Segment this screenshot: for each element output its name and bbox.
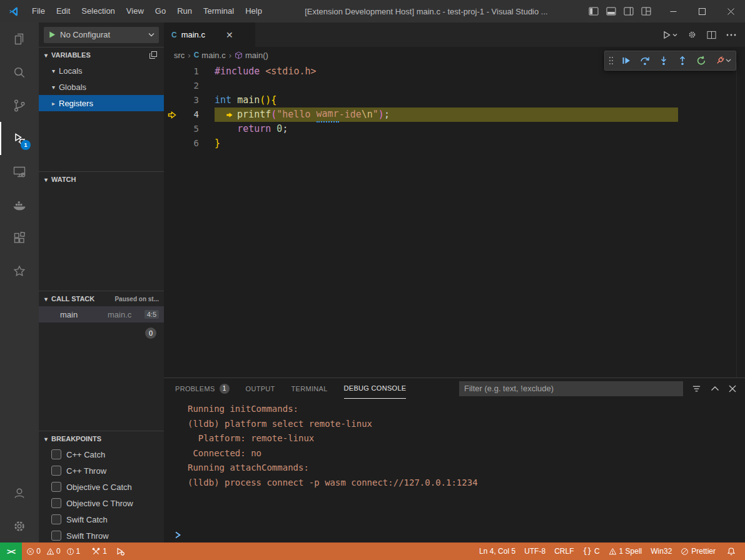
toggle-secondary-sidebar-icon[interactable] bbox=[620, 0, 637, 22]
encoding-indicator[interactable]: UTF-8 bbox=[520, 542, 550, 560]
breakpoint-item[interactable]: C++ Throw bbox=[39, 462, 164, 479]
toggle-panel-icon[interactable] bbox=[602, 0, 620, 22]
code-token: ( bbox=[271, 108, 276, 122]
breakpoint-item[interactable]: C++ Catch bbox=[39, 446, 164, 462]
start-debugging-icon[interactable] bbox=[48, 31, 56, 39]
call-stack-header[interactable]: ▾ CALL STACK Paused on st... bbox=[39, 291, 164, 306]
breakpoint-item[interactable]: Objective C Catch bbox=[39, 479, 164, 495]
debug-status-icon[interactable] bbox=[111, 542, 129, 560]
breakpoint-item[interactable]: Objective C Throw bbox=[39, 495, 164, 511]
tab-main-c[interactable]: C main.c ✕ bbox=[164, 22, 255, 47]
docker-icon[interactable] bbox=[0, 188, 39, 221]
customize-layout-icon[interactable] bbox=[637, 0, 655, 22]
eol-indicator[interactable]: CRLF bbox=[550, 542, 578, 560]
stack-frame-row[interactable]: main main.c 4:5 bbox=[39, 306, 164, 322]
menu-run[interactable]: Run bbox=[171, 0, 198, 22]
breakpoint-checkbox[interactable] bbox=[51, 449, 61, 459]
maximize-button[interactable] bbox=[687, 0, 716, 22]
variables-item-registers[interactable]: ▸Registers bbox=[39, 95, 164, 111]
breakpoint-label: Swift Throw bbox=[66, 531, 109, 541]
panel-tab-problems[interactable]: PROBLEMS1 bbox=[175, 378, 230, 399]
breakpoint-checkbox[interactable] bbox=[51, 531, 61, 541]
menu-view[interactable]: View bbox=[121, 0, 150, 22]
extensions-icon[interactable] bbox=[0, 221, 39, 254]
toggle-sidebar-icon[interactable] bbox=[585, 0, 602, 22]
console-line: Connected: no bbox=[188, 446, 745, 461]
run-and-debug-icon[interactable]: 1 bbox=[0, 122, 39, 155]
source-control-icon[interactable] bbox=[0, 89, 39, 122]
maximize-panel-icon[interactable] bbox=[711, 386, 719, 391]
platform-indicator[interactable]: Win32 bbox=[646, 542, 676, 560]
more-actions-icon[interactable] bbox=[726, 34, 736, 36]
breadcrumb-folder[interactable]: src bbox=[174, 51, 185, 60]
remote-indicator[interactable]: >< bbox=[0, 542, 22, 560]
step-out-button[interactable] bbox=[673, 52, 691, 69]
formatter-status[interactable]: Prettier bbox=[676, 542, 720, 560]
breakpoint-list: C++ CatchC++ ThrowObjective C CatchObjec… bbox=[39, 446, 164, 542]
notifications-bell-icon[interactable] bbox=[720, 542, 740, 560]
code-line: 3int main(){ bbox=[164, 93, 745, 108]
menu-file[interactable]: File bbox=[26, 0, 51, 22]
close-tab-icon[interactable]: ✕ bbox=[226, 30, 233, 40]
settings-gear-icon[interactable] bbox=[687, 30, 697, 39]
drag-handle-icon[interactable] bbox=[608, 56, 616, 66]
variables-header[interactable]: ▾ VARIABLES bbox=[39, 48, 164, 62]
menu-terminal[interactable]: Terminal bbox=[198, 0, 240, 22]
variables-item-globals[interactable]: ▾Globals bbox=[39, 79, 164, 95]
menu-selection[interactable]: Selection bbox=[76, 0, 120, 22]
watch-header[interactable]: ▾ WATCH bbox=[39, 172, 164, 187]
chevron-right-icon: ▸ bbox=[50, 100, 57, 107]
search-icon[interactable] bbox=[0, 56, 39, 89]
menu-bar: FileEditSelectionViewGoRunTerminalHelp bbox=[26, 0, 268, 22]
launch-config-dropdown[interactable]: No Configurat bbox=[44, 27, 159, 43]
close-panel-icon[interactable] bbox=[729, 385, 736, 392]
collapse-all-icon[interactable] bbox=[149, 51, 160, 59]
restart-button[interactable] bbox=[692, 52, 710, 69]
settings-gear-icon[interactable] bbox=[0, 509, 39, 542]
panel-tab-terminal[interactable]: TERMINAL bbox=[291, 378, 328, 399]
remote-explorer-icon[interactable] bbox=[0, 155, 39, 188]
console-filter-input[interactable] bbox=[459, 381, 683, 396]
run-file-icon[interactable] bbox=[662, 31, 677, 39]
minimize-button[interactable] bbox=[659, 0, 687, 22]
breakpoint-item[interactable]: Swift Throw bbox=[39, 528, 164, 542]
info-count: 1 bbox=[76, 547, 81, 556]
explorer-icon[interactable] bbox=[0, 22, 39, 56]
marketplace-star-icon[interactable] bbox=[0, 254, 39, 288]
debug-session-chevron-icon[interactable] bbox=[726, 59, 732, 62]
continue-button[interactable] bbox=[617, 52, 635, 69]
menu-edit[interactable]: Edit bbox=[51, 0, 76, 22]
accounts-icon[interactable] bbox=[0, 476, 39, 509]
code-editor[interactable]: 1#include <stdio.h>23int main(){4 printf… bbox=[164, 63, 745, 378]
breakpoint-checkbox[interactable] bbox=[51, 498, 61, 508]
menu-go[interactable]: Go bbox=[150, 0, 171, 22]
breakpoint-checkbox[interactable] bbox=[51, 514, 61, 524]
language-mode[interactable]: {}C bbox=[578, 542, 604, 560]
editor-scrollbar[interactable] bbox=[736, 63, 745, 378]
problems-count-badge: 1 bbox=[220, 384, 230, 394]
code-token bbox=[215, 122, 237, 136]
breadcrumb-symbol[interactable]: main() bbox=[235, 51, 268, 60]
console-line: Platform: remote-linux bbox=[188, 431, 745, 446]
cursor-position[interactable]: Ln 4, Col 5 bbox=[475, 542, 520, 560]
menu-help[interactable]: Help bbox=[240, 0, 268, 22]
problems-status[interactable]: 0 0 1 bbox=[22, 542, 88, 560]
console-input[interactable] bbox=[174, 531, 183, 539]
forwarded-ports[interactable]: 1 bbox=[88, 542, 111, 560]
panel-tab-output[interactable]: OUTPUT bbox=[246, 378, 275, 399]
step-over-button[interactable] bbox=[636, 52, 654, 69]
breakpoints-header[interactable]: ▾ BREAKPOINTS bbox=[39, 431, 164, 446]
breakpoint-checkbox[interactable] bbox=[51, 482, 61, 492]
close-button[interactable] bbox=[716, 0, 745, 22]
step-into-button[interactable] bbox=[654, 52, 672, 69]
variables-item-locals[interactable]: ▾Locals bbox=[39, 62, 164, 79]
spell-checker-status[interactable]: 1 Spell bbox=[604, 542, 647, 560]
filter-icon[interactable] bbox=[692, 384, 701, 393]
debug-action-toolbar bbox=[604, 51, 736, 71]
breakpoint-item[interactable]: Swift Catch bbox=[39, 511, 164, 528]
split-editor-icon[interactable] bbox=[707, 31, 716, 39]
execution-pointer-icon[interactable] bbox=[164, 111, 180, 119]
panel-tab-debug-console[interactable]: DEBUG CONSOLE bbox=[344, 378, 407, 399]
breadcrumb-file[interactable]: Cmain.c bbox=[194, 51, 226, 60]
breakpoint-checkbox[interactable] bbox=[51, 466, 61, 476]
